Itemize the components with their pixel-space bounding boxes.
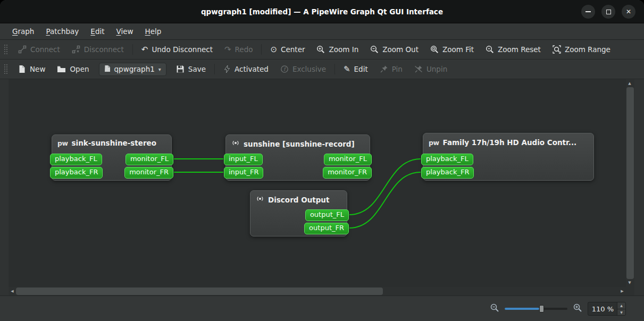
zoom-in-label: Zoom In — [329, 45, 358, 54]
menu-view[interactable]: View — [111, 25, 139, 38]
port-monitor_FL[interactable]: monitor_FL — [126, 154, 173, 165]
zoom-in-icon — [316, 45, 325, 54]
unpin-icon — [414, 65, 423, 73]
menubar: Graph Patchbay Edit View Help — [0, 23, 644, 40]
node-family-hd-audio[interactable]: pw Family 17h/19h HD Audio Contr... play… — [423, 133, 594, 181]
zoom-in-button[interactable]: Zoom In — [311, 43, 364, 56]
spin-down-icon[interactable]: ▼ — [617, 309, 625, 316]
menu-graph[interactable]: Graph — [6, 25, 40, 38]
center-label: Center — [281, 45, 305, 54]
unpin-button[interactable]: Unpin — [408, 62, 453, 76]
port-input_FL[interactable]: input_FL — [224, 154, 263, 165]
close-button[interactable]: ✕ — [622, 5, 635, 19]
port-playback_FR[interactable]: playback_FR — [421, 167, 474, 179]
edit-label: Edit — [354, 65, 368, 73]
port-playback_FL[interactable]: playback_FL — [421, 154, 473, 165]
menu-patchbay[interactable]: Patchbay — [40, 25, 85, 38]
redo-button[interactable]: ↷ Redo — [219, 43, 259, 56]
node-sunshine[interactable]: sunshine [sunshine-record] input_FL inpu… — [225, 134, 370, 181]
port-playback_FR[interactable]: playback_FR — [50, 167, 103, 179]
menu-edit[interactable]: Edit — [85, 25, 110, 38]
zoom-in-small-icon[interactable] — [573, 303, 582, 315]
port-playback_FL[interactable]: playback_FL — [50, 154, 102, 165]
toolbar-drag-handle[interactable] — [4, 44, 7, 55]
activated-toggle[interactable]: Activated — [218, 62, 274, 76]
center-button[interactable]: ⊙ Center — [264, 43, 311, 56]
vertical-scrollbar-thumb[interactable] — [626, 87, 634, 279]
port-output_FL[interactable]: output_FL — [305, 209, 349, 221]
node-title: sink-sunshine-stereo — [72, 139, 157, 147]
minimize-icon — [586, 11, 591, 12]
port-monitor_FR[interactable]: monitor_FR — [323, 167, 372, 179]
scroll-right-icon[interactable]: ▶ — [618, 287, 626, 295]
menu-help-label: elp — [150, 27, 162, 36]
exclusive-icon: f — [280, 65, 289, 73]
zoom-spinbox[interactable]: 110 % ▲ ▼ — [588, 302, 626, 316]
port-input_FR[interactable]: input_FR — [224, 167, 263, 179]
graph-toolbar: Connect Disconnect ↶ Undo Disconnect ↷ R… — [0, 40, 644, 60]
svg-text:f: f — [283, 66, 287, 72]
zoom-reset-button[interactable]: Zoom Reset — [480, 43, 547, 56]
save-patchbay-label: Save — [188, 65, 206, 73]
connections-layer — [9, 79, 626, 287]
disconnect-button[interactable]: Disconnect — [66, 43, 130, 56]
node-title: Family 17h/19h HD Audio Contr... — [443, 138, 577, 147]
speaker-icon — [231, 139, 240, 149]
new-patchbay-button[interactable]: New — [12, 62, 51, 76]
graph-canvas[interactable]: pw sink-sunshine-stereo playback_FL play… — [9, 79, 626, 287]
horizontal-scrollbar-thumb[interactable] — [16, 288, 383, 295]
new-file-icon — [18, 65, 26, 73]
port-monitor_FR[interactable]: monitor_FR — [124, 167, 173, 179]
zoom-reset-icon — [486, 45, 494, 54]
toolbar-drag-handle[interactable] — [4, 64, 7, 74]
zoom-slider-thumb[interactable] — [539, 305, 544, 312]
zoom-range-label: Zoom Range — [565, 45, 610, 54]
zoom-value[interactable]: 110 % — [588, 302, 617, 315]
scroll-down-icon[interactable]: ▼ — [626, 278, 633, 287]
node-sink-sunshine-stereo[interactable]: pw sink-sunshine-stereo playback_FL play… — [52, 134, 172, 181]
window-controls: ✕ — [581, 5, 635, 19]
menu-graph-mnemonic: G — [12, 27, 18, 36]
pin-button[interactable]: Pin — [374, 62, 408, 76]
zoom-range-button[interactable]: Zoom Range — [547, 43, 616, 56]
node-discord-output[interactable]: Discord Output output_FL output_FR — [250, 190, 347, 236]
zoom-fit-label: Zoom Fit — [442, 45, 474, 54]
patchbay-toolbar: New Open qpwgraph1 ▾ Save Activated f Ex… — [0, 60, 644, 79]
node-header: pw sink-sunshine-stereo — [52, 135, 171, 149]
connect-button[interactable]: Connect — [12, 43, 66, 56]
save-icon — [176, 65, 185, 73]
edit-toggle[interactable]: ✎ Edit — [338, 62, 374, 76]
toolbar-separator — [334, 64, 335, 74]
menu-graph-label: raph — [18, 27, 34, 36]
node-title: sunshine [sunshine-record] — [244, 140, 355, 148]
scroll-left-icon[interactable]: ◀ — [9, 287, 16, 295]
menu-help[interactable]: Help — [139, 25, 168, 38]
menu-edit-label: dit — [95, 27, 105, 36]
redo-icon: ↷ — [224, 46, 231, 53]
undo-icon: ↶ — [141, 46, 148, 53]
toolbar-separator — [261, 44, 262, 55]
zoom-slider[interactable] — [505, 305, 567, 313]
open-patchbay-button[interactable]: Open — [51, 62, 95, 76]
zoom-range-icon — [553, 45, 561, 54]
window-title: qpwgraph1 [modified] — A PipeWire Graph … — [201, 7, 443, 16]
zoom-out-button[interactable]: Zoom Out — [364, 43, 424, 56]
save-patchbay-button[interactable]: Save — [170, 62, 212, 76]
maximize-button[interactable] — [601, 5, 615, 19]
vertical-scrollbar[interactable]: ▲ ▼ — [626, 79, 634, 287]
undo-disconnect-button[interactable]: ↶ Undo Disconnect — [136, 43, 219, 56]
titlebar[interactable]: qpwgraph1 [modified] — A PipeWire Graph … — [0, 0, 644, 23]
scroll-up-icon[interactable]: ▲ — [626, 79, 633, 88]
spin-up-icon[interactable]: ▲ — [617, 302, 625, 309]
menu-help-mnemonic: H — [145, 27, 150, 36]
toolbar-separator — [132, 44, 133, 55]
port-monitor_FL[interactable]: monitor_FL — [324, 154, 372, 165]
exclusive-toggle[interactable]: f Exclusive — [274, 62, 332, 76]
horizontal-scrollbar[interactable]: ◀ ▶ — [9, 287, 626, 295]
port-output_FR[interactable]: output_FR — [304, 223, 349, 234]
zoom-fit-button[interactable]: Zoom Fit — [424, 43, 480, 56]
menu-view-label: iew — [121, 27, 133, 36]
patchbay-select[interactable]: qpwgraph1 ▾ — [99, 63, 166, 76]
minimize-button[interactable] — [581, 5, 595, 19]
zoom-out-small-icon[interactable] — [490, 303, 499, 315]
